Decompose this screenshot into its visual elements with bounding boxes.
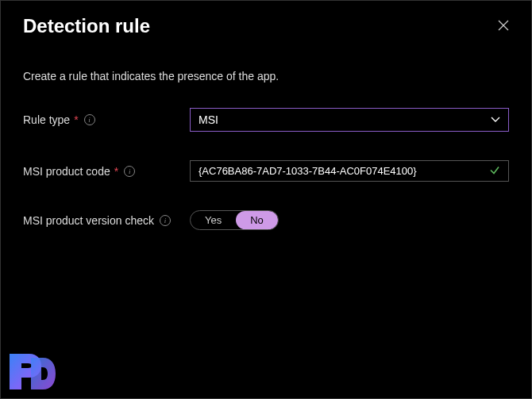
rule-type-label: Rule type <box>23 113 70 126</box>
version-check-label: MSI product version check <box>23 214 154 227</box>
product-code-label: MSI product code <box>23 165 110 178</box>
required-asterisk: * <box>74 113 78 126</box>
toggle-no[interactable]: No <box>236 211 278 229</box>
page-title: Detection rule <box>23 15 150 37</box>
toggle-yes[interactable]: Yes <box>191 211 236 229</box>
info-icon[interactable]: i <box>124 166 135 177</box>
close-icon <box>498 20 509 31</box>
version-check-toggle[interactable]: Yes No <box>190 210 279 230</box>
checkmark-icon <box>489 164 500 178</box>
product-code-input[interactable] <box>191 161 508 181</box>
close-button[interactable] <box>495 15 512 38</box>
info-icon[interactable]: i <box>160 215 171 226</box>
rule-type-value: MSI <box>199 113 218 126</box>
rule-type-select[interactable]: MSI <box>190 108 509 132</box>
brand-logo <box>6 346 61 393</box>
required-asterisk: * <box>114 165 118 178</box>
chevron-down-icon <box>491 114 500 125</box>
page-subtitle: Create a rule that indicates the presenc… <box>23 70 509 82</box>
info-icon[interactable]: i <box>84 114 95 125</box>
